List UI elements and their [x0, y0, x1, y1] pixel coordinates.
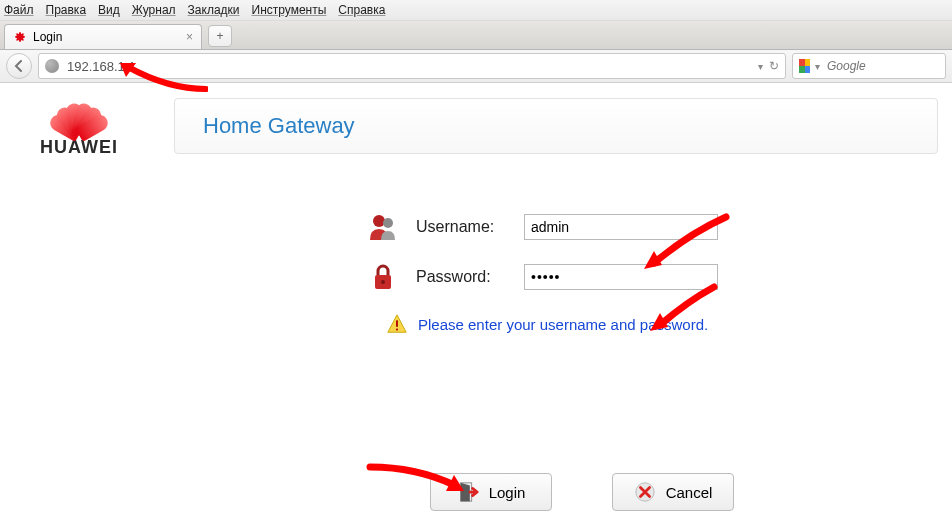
url-input[interactable] — [65, 58, 752, 75]
username-row: Username: — [368, 213, 928, 241]
login-button-label: Login — [489, 484, 526, 501]
cancel-button[interactable]: Cancel — [612, 473, 734, 511]
password-input[interactable] — [524, 264, 718, 290]
menu-tools[interactable]: Инструменты — [252, 3, 327, 17]
brand-logo: HUAWEI — [14, 93, 144, 158]
page-content: HUAWEI Home Gateway Username: Password: — [0, 83, 952, 520]
login-door-icon — [457, 481, 479, 503]
globe-icon — [45, 59, 59, 73]
lock-icon — [368, 263, 398, 291]
google-icon — [799, 59, 810, 73]
button-row: Login Cancel — [430, 473, 734, 511]
address-bar[interactable]: ▾ ↻ — [38, 53, 786, 79]
menu-view[interactable]: Вид — [98, 3, 120, 17]
back-button[interactable] — [6, 53, 32, 79]
login-button[interactable]: Login — [430, 473, 552, 511]
reload-icon[interactable]: ↻ — [769, 59, 779, 73]
menu-bookmarks[interactable]: Закладки — [188, 3, 240, 17]
huawei-logo-icon — [14, 93, 144, 135]
username-label: Username: — [416, 218, 506, 236]
svg-point-4 — [373, 215, 385, 227]
warning-icon — [386, 313, 408, 335]
login-message-row: Please enter your username and password. — [386, 313, 928, 335]
tab-close-icon[interactable]: × — [186, 30, 193, 44]
back-arrow-icon — [13, 60, 25, 72]
browser-tab[interactable]: Login × — [4, 24, 202, 49]
menu-help[interactable]: Справка — [338, 3, 385, 17]
menu-history[interactable]: Журнал — [132, 3, 176, 17]
login-form: Username: Password: Please enter your us… — [368, 213, 928, 335]
search-engine-dropdown-icon[interactable]: ▾ — [815, 61, 820, 72]
svg-point-7 — [381, 280, 385, 284]
address-dropdown-icon[interactable]: ▾ — [758, 61, 763, 72]
password-row: Password: — [368, 263, 928, 291]
tab-title: Login — [33, 30, 62, 44]
page-title: Home Gateway — [203, 113, 355, 139]
username-input[interactable] — [524, 214, 718, 240]
tab-strip: Login × + — [0, 21, 952, 50]
huawei-favicon-icon — [13, 30, 27, 44]
user-icon — [368, 213, 398, 241]
search-input[interactable] — [825, 58, 939, 74]
cancel-icon — [634, 481, 656, 503]
password-label: Password: — [416, 268, 506, 286]
navigation-bar: ▾ ↻ ▾ — [0, 50, 952, 83]
svg-point-5 — [383, 218, 393, 228]
browser-menu-bar: Файл Правка Вид Журнал Закладки Инструме… — [0, 0, 952, 21]
svg-rect-9 — [396, 329, 398, 331]
brand-name: HUAWEI — [14, 137, 144, 158]
search-box[interactable]: ▾ — [792, 53, 946, 79]
menu-edit[interactable]: Правка — [46, 3, 87, 17]
svg-rect-8 — [396, 320, 398, 326]
menu-file[interactable]: Файл — [4, 3, 34, 17]
page-header: Home Gateway — [174, 98, 938, 154]
login-message: Please enter your username and password. — [418, 316, 708, 333]
cancel-button-label: Cancel — [666, 484, 713, 501]
new-tab-button[interactable]: + — [208, 25, 232, 47]
